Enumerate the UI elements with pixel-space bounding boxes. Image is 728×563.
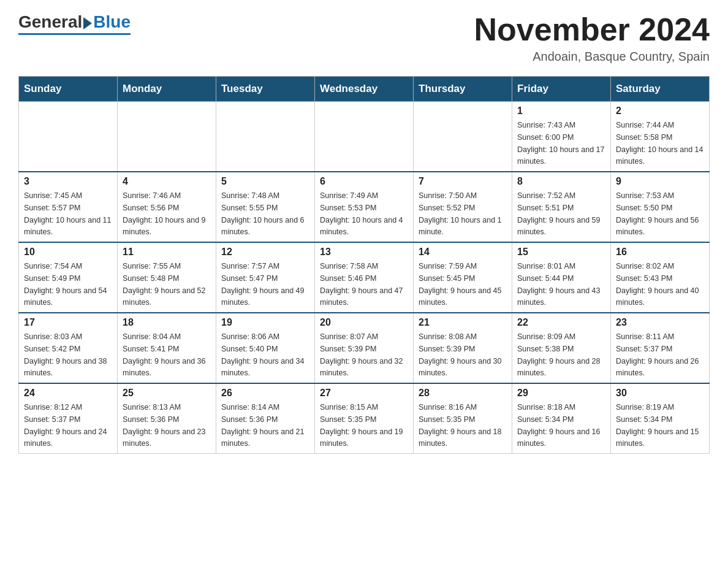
title-block: November 2024 Andoain, Basque Country, S… [474,12,710,64]
month-title: November 2024 [474,12,710,47]
day-info: Sunrise: 7:45 AMSunset: 5:57 PMDaylight:… [24,191,111,236]
day-info: Sunrise: 8:13 AMSunset: 5:36 PMDaylight:… [123,403,206,448]
calendar-col-header: Thursday [414,77,512,102]
logo-blue-text: Blue [93,12,131,32]
calendar-cell: 6 Sunrise: 7:49 AMSunset: 5:53 PMDayligh… [315,172,414,242]
page-header: General Blue November 2024 Andoain, Basq… [18,12,710,64]
calendar-cell: 8 Sunrise: 7:52 AMSunset: 5:51 PMDayligh… [512,172,611,242]
day-info: Sunrise: 7:44 AMSunset: 5:58 PMDaylight:… [616,121,703,166]
day-number: 28 [419,388,507,399]
day-info: Sunrise: 8:07 AMSunset: 5:39 PMDaylight:… [320,332,403,377]
day-info: Sunrise: 7:54 AMSunset: 5:49 PMDaylight:… [24,262,107,307]
day-number: 24 [24,388,112,399]
day-info: Sunrise: 8:08 AMSunset: 5:39 PMDaylight:… [419,332,502,377]
day-info: Sunrise: 8:04 AMSunset: 5:41 PMDaylight:… [123,332,206,377]
day-info: Sunrise: 7:48 AMSunset: 5:55 PMDaylight:… [221,191,305,236]
calendar-col-header: Tuesday [216,77,315,102]
day-info: Sunrise: 8:02 AMSunset: 5:43 PMDaylight:… [616,262,699,307]
calendar-cell: 24 Sunrise: 8:12 AMSunset: 5:37 PMDaylig… [19,383,118,454]
day-number: 22 [517,317,605,328]
logo-arrow-icon [83,17,92,29]
day-number: 16 [616,247,704,258]
day-info: Sunrise: 8:06 AMSunset: 5:40 PMDaylight:… [221,332,305,377]
calendar-cell [118,102,216,172]
day-number: 20 [320,317,408,328]
calendar-cell [414,102,512,172]
logo-general-text: General [18,12,82,32]
logo: General Blue [18,12,131,35]
day-info: Sunrise: 7:43 AMSunset: 6:00 PMDaylight:… [517,121,604,166]
day-number: 10 [24,247,112,258]
calendar-cell: 18 Sunrise: 8:04 AMSunset: 5:41 PMDaylig… [118,313,216,383]
day-info: Sunrise: 7:57 AMSunset: 5:47 PMDaylight:… [221,262,305,307]
calendar-col-header: Friday [512,77,611,102]
week-row: 1 Sunrise: 7:43 AMSunset: 6:00 PMDayligh… [19,102,710,172]
day-info: Sunrise: 8:12 AMSunset: 5:37 PMDaylight:… [24,403,107,448]
day-info: Sunrise: 7:52 AMSunset: 5:51 PMDaylight:… [517,191,601,236]
calendar-cell: 2 Sunrise: 7:44 AMSunset: 5:58 PMDayligh… [611,102,710,172]
calendar-cell: 21 Sunrise: 8:08 AMSunset: 5:39 PMDaylig… [414,313,512,383]
day-number: 29 [517,388,605,399]
day-number: 13 [320,247,408,258]
calendar-cell: 12 Sunrise: 7:57 AMSunset: 5:47 PMDaylig… [216,242,315,313]
day-number: 4 [123,176,211,187]
week-row: 3 Sunrise: 7:45 AMSunset: 5:57 PMDayligh… [19,172,710,242]
day-number: 3 [24,176,112,187]
calendar-cell: 13 Sunrise: 7:58 AMSunset: 5:46 PMDaylig… [315,242,414,313]
day-number: 17 [24,317,112,328]
day-info: Sunrise: 8:01 AMSunset: 5:44 PMDaylight:… [517,262,601,307]
calendar-cell: 27 Sunrise: 8:15 AMSunset: 5:35 PMDaylig… [315,383,414,454]
day-info: Sunrise: 8:16 AMSunset: 5:35 PMDaylight:… [419,403,502,448]
calendar-header-row: SundayMondayTuesdayWednesdayThursdayFrid… [19,77,710,102]
day-number: 12 [221,247,309,258]
calendar-cell: 7 Sunrise: 7:50 AMSunset: 5:52 PMDayligh… [414,172,512,242]
calendar-cell: 20 Sunrise: 8:07 AMSunset: 5:39 PMDaylig… [315,313,414,383]
calendar-cell: 15 Sunrise: 8:01 AMSunset: 5:44 PMDaylig… [512,242,611,313]
day-info: Sunrise: 7:58 AMSunset: 5:46 PMDaylight:… [320,262,403,307]
day-number: 21 [419,317,507,328]
day-number: 18 [123,317,211,328]
calendar-cell: 22 Sunrise: 8:09 AMSunset: 5:38 PMDaylig… [512,313,611,383]
week-row: 17 Sunrise: 8:03 AMSunset: 5:42 PMDaylig… [19,313,710,383]
day-info: Sunrise: 7:55 AMSunset: 5:48 PMDaylight:… [123,262,206,307]
day-info: Sunrise: 8:09 AMSunset: 5:38 PMDaylight:… [517,332,601,377]
calendar-cell [216,102,315,172]
calendar-col-header: Wednesday [315,77,414,102]
calendar-cell: 28 Sunrise: 8:16 AMSunset: 5:35 PMDaylig… [414,383,512,454]
day-info: Sunrise: 8:19 AMSunset: 5:34 PMDaylight:… [616,403,699,448]
day-number: 8 [517,176,605,187]
calendar-cell: 9 Sunrise: 7:53 AMSunset: 5:50 PMDayligh… [611,172,710,242]
calendar-table: SundayMondayTuesdayWednesdayThursdayFrid… [18,76,710,454]
day-number: 15 [517,247,605,258]
calendar-cell: 16 Sunrise: 8:02 AMSunset: 5:43 PMDaylig… [611,242,710,313]
calendar-cell [19,102,118,172]
day-info: Sunrise: 7:49 AMSunset: 5:53 PMDaylight:… [320,191,403,236]
day-info: Sunrise: 7:50 AMSunset: 5:52 PMDaylight:… [419,191,502,236]
calendar-col-header: Sunday [19,77,118,102]
day-info: Sunrise: 8:11 AMSunset: 5:37 PMDaylight:… [616,332,699,377]
day-info: Sunrise: 8:18 AMSunset: 5:34 PMDaylight:… [517,403,601,448]
calendar-cell: 3 Sunrise: 7:45 AMSunset: 5:57 PMDayligh… [19,172,118,242]
calendar-cell: 25 Sunrise: 8:13 AMSunset: 5:36 PMDaylig… [118,383,216,454]
day-number: 14 [419,247,507,258]
calendar-cell: 11 Sunrise: 7:55 AMSunset: 5:48 PMDaylig… [118,242,216,313]
day-number: 19 [221,317,309,328]
calendar-cell: 26 Sunrise: 8:14 AMSunset: 5:36 PMDaylig… [216,383,315,454]
calendar-cell: 23 Sunrise: 8:11 AMSunset: 5:37 PMDaylig… [611,313,710,383]
calendar-cell: 19 Sunrise: 8:06 AMSunset: 5:40 PMDaylig… [216,313,315,383]
location-subtitle: Andoain, Basque Country, Spain [474,50,710,64]
week-row: 24 Sunrise: 8:12 AMSunset: 5:37 PMDaylig… [19,383,710,454]
day-info: Sunrise: 8:15 AMSunset: 5:35 PMDaylight:… [320,403,403,448]
calendar-cell: 10 Sunrise: 7:54 AMSunset: 5:49 PMDaylig… [19,242,118,313]
day-number: 23 [616,317,704,328]
day-number: 2 [616,105,704,117]
calendar-cell [315,102,414,172]
calendar-cell: 29 Sunrise: 8:18 AMSunset: 5:34 PMDaylig… [512,383,611,454]
day-number: 30 [616,388,704,399]
day-number: 26 [221,388,309,399]
day-number: 1 [517,105,605,117]
calendar-cell: 17 Sunrise: 8:03 AMSunset: 5:42 PMDaylig… [19,313,118,383]
calendar-cell: 4 Sunrise: 7:46 AMSunset: 5:56 PMDayligh… [118,172,216,242]
day-number: 27 [320,388,408,399]
week-row: 10 Sunrise: 7:54 AMSunset: 5:49 PMDaylig… [19,242,710,313]
